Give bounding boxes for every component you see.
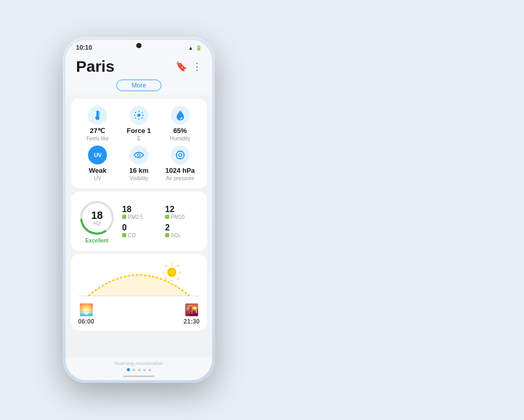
aqi-pm10: 12 PM10 — [165, 205, 200, 220]
visibility-value: 16 km — [129, 167, 149, 174]
aqi-status: Excellent — [85, 238, 108, 244]
app-footer: HuaFeng AccuWeather — [66, 358, 212, 380]
aqi-circle: 18 AQI — [78, 199, 116, 237]
sunrise-time: 06:00 — [78, 318, 94, 325]
aqi-center: 18 AQI — [91, 210, 103, 226]
svg-line-12 — [141, 112, 143, 113]
data-source: HuaFeng AccuWeather — [115, 361, 163, 366]
sun-arc — [78, 259, 200, 301]
svg-line-11 — [141, 118, 143, 119]
wind-icon — [129, 106, 148, 125]
aqi-co: 0 CO — [122, 223, 157, 238]
co-label: CO — [122, 233, 157, 238]
so2-value: 2 — [165, 223, 200, 233]
feels-like-value: 27℃ — [90, 127, 105, 135]
pm25-label: PM2.5 — [122, 214, 157, 220]
aqi-pollutants: 18 PM2.5 12 PM10 — [122, 205, 200, 238]
more-button[interactable]: More — [116, 80, 161, 91]
city-name: Paris — [76, 58, 114, 75]
sun-card: 🌅 06:00 🌇 21:30 — [71, 254, 207, 330]
thermometer-icon — [88, 106, 107, 125]
sunrise-item: 🌅 06:00 — [78, 303, 94, 325]
header-actions: 🔖 ⋮ — [176, 61, 202, 72]
weather-item-humidity: 65% Humidity — [160, 106, 200, 141]
svg-point-5 — [137, 114, 140, 117]
dot-5 — [148, 369, 151, 371]
pm25-value: 18 — [122, 205, 157, 214]
pressure-value: 1024 hPa — [165, 167, 194, 174]
svg-line-10 — [135, 112, 136, 113]
svg-line-31 — [165, 266, 166, 267]
pressure-icon — [171, 146, 190, 164]
sunset-item: 🌇 21:30 — [183, 303, 200, 325]
weather-item-wind: Force 1 E — [119, 106, 159, 141]
humidity-value: 65% — [173, 127, 187, 135]
svg-point-17 — [179, 153, 182, 157]
sunset-icon: 🌇 — [184, 303, 199, 317]
aqi-pm25: 18 PM2.5 — [122, 205, 157, 220]
aqi-card: 18 AQI Excellent 18 PM2.5 — [71, 192, 207, 251]
svg-line-32 — [177, 278, 178, 279]
battery-icon: 🔋 — [195, 45, 202, 51]
so2-label: SO₂ — [165, 233, 200, 238]
svg-point-1 — [95, 116, 100, 120]
humidity-icon — [171, 106, 190, 125]
visibility-label: Visibility — [129, 175, 148, 181]
aqi-number: 18 — [91, 210, 103, 220]
status-icons: ▲ 🔋 — [188, 45, 202, 51]
wind-value: Force 1 — [127, 127, 151, 135]
weather-item-feels-like: 27℃ Feels like — [78, 106, 117, 141]
sunrise-icon: 🌅 — [79, 303, 93, 317]
app-header: Paris 🔖 ⋮ — [66, 53, 212, 78]
svg-line-13 — [135, 118, 136, 119]
pm10-label: PM10 — [165, 214, 200, 220]
dot-4 — [143, 369, 146, 371]
so2-dot — [165, 233, 169, 237]
dot-1 — [127, 368, 130, 371]
page-dots — [127, 368, 151, 371]
bookmark-icon[interactable]: 🔖 — [176, 61, 187, 72]
pm10-value: 12 — [165, 205, 200, 214]
menu-icon[interactable]: ⋮ — [192, 61, 202, 72]
uv-value: Weak — [89, 167, 106, 174]
aqi-so2: 2 SO₂ — [165, 223, 200, 238]
status-time: 10:10 — [76, 44, 92, 51]
weather-item-uv: UV Weak UV — [78, 146, 117, 181]
sunset-time: 21:30 — [183, 318, 200, 325]
weather-details-card: 27℃ Feels like — [71, 98, 207, 189]
feels-like-label: Feels like — [86, 136, 108, 141]
pm25-dot — [122, 215, 126, 219]
uv-icon: UV — [88, 146, 107, 164]
visibility-icon — [129, 146, 148, 164]
more-button-container: More — [66, 78, 212, 95]
svg-line-34 — [165, 278, 166, 279]
app-content[interactable]: Paris 🔖 ⋮ More — [66, 53, 212, 358]
sun-times: 🌅 06:00 🌇 21:30 — [78, 303, 200, 325]
pressure-label: Air pressure — [166, 175, 194, 181]
weather-item-visibility: 16 km Visibility — [119, 146, 159, 181]
signal-icon: ▲ — [188, 45, 193, 51]
co-dot — [122, 233, 126, 237]
weather-grid: 27℃ Feels like — [78, 106, 200, 181]
dot-3 — [138, 369, 140, 371]
weather-item-pressure: 1024 hPa Air pressure — [160, 146, 200, 181]
aqi-content: 18 AQI Excellent 18 PM2.5 — [78, 199, 200, 244]
phone-frame: 10:10 ▲ 🔋 Paris 🔖 ⋮ More — [63, 37, 215, 383]
aqi-label: AQI — [91, 220, 103, 226]
co-value: 0 — [122, 223, 157, 233]
humidity-label: Humidity — [170, 136, 190, 141]
svg-point-15 — [138, 154, 139, 156]
phone-screen: 10:10 ▲ 🔋 Paris 🔖 ⋮ More — [66, 40, 212, 380]
pm10-dot — [165, 215, 169, 219]
home-indicator — [123, 375, 155, 377]
svg-point-16 — [176, 151, 184, 159]
dot-2 — [133, 369, 135, 371]
svg-line-33 — [177, 266, 178, 267]
svg-point-26 — [169, 270, 174, 275]
camera-notch — [136, 43, 141, 48]
uv-label: UV — [94, 175, 101, 181]
wind-label: E — [137, 136, 141, 141]
